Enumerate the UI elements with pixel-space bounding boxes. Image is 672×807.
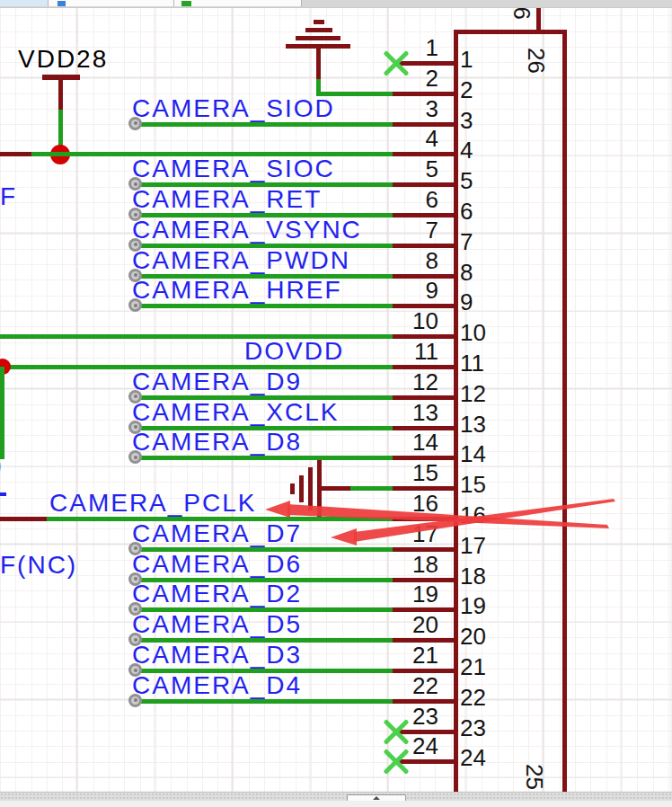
net-label-CAMERA_D4[interactable]: CAMERA_D4 bbox=[132, 674, 302, 697]
net-wire-CAMERA_D4[interactable] bbox=[135, 699, 393, 704]
net-wire-CAMERA_HREF[interactable] bbox=[135, 304, 393, 308]
pin-name-6: 6 bbox=[460, 200, 473, 223]
pin-name-13: 13 bbox=[460, 413, 486, 436]
gnd-stem-pin15 bbox=[322, 486, 350, 491]
net-label-CAMERA_D9[interactable]: CAMERA_D9 bbox=[132, 370, 302, 394]
net-label-CAMERA_D8[interactable]: CAMERA_D8 bbox=[132, 430, 302, 454]
pin-number-10: 10 bbox=[386, 310, 438, 333]
net-label-CAMERA_PWDN[interactable]: CAMERA_PWDN bbox=[132, 249, 350, 272]
schematic-canvas[interactable]: VDD28 26 26 25 112233CAMERA_SIOD445 bbox=[0, 0, 672, 792]
pin-number-13: 13 bbox=[386, 402, 438, 424]
pin-number-3: 3 bbox=[386, 98, 438, 120]
pin-number-7: 7 bbox=[386, 219, 438, 242]
tab-segment-2[interactable] bbox=[174, 0, 301, 6]
clipped-net-label[interactable]: F(NC) bbox=[0, 554, 77, 577]
pin-number-2: 2 bbox=[386, 67, 438, 90]
pin-number-24: 24 bbox=[386, 735, 438, 758]
tab-segment-3[interactable] bbox=[302, 0, 672, 6]
net-label-DOVDD[interactable]: DOVDD bbox=[244, 340, 344, 363]
schematic-editor-window: VDD28 26 26 25 112233CAMERA_SIOD445 bbox=[0, 0, 672, 807]
net-wire-gnd-pin15[interactable] bbox=[350, 486, 393, 491]
tab-segment-1[interactable] bbox=[49, 0, 173, 6]
pin-name-16: 16 bbox=[460, 504, 486, 527]
pin-number-20: 20 bbox=[386, 614, 438, 636]
net-label-CAMERA_D2[interactable]: CAMERA_D2 bbox=[132, 582, 302, 606]
pin-stem-4 bbox=[393, 152, 454, 156]
net-label-CAMERA_HREF[interactable]: CAMERA_HREF bbox=[132, 279, 342, 302]
clipped-net-label[interactable]: 9 bbox=[0, 456, 4, 479]
scrollbar-arrow-icon bbox=[373, 796, 380, 800]
annotation-arrow-1-head bbox=[265, 501, 290, 518]
pin-25-name: 25 bbox=[523, 761, 545, 793]
pin-name-2: 2 bbox=[460, 79, 473, 102]
net-label-CAMERA_VSYNC[interactable]: CAMERA_VSYNC bbox=[132, 218, 362, 242]
pin-name-4: 4 bbox=[460, 139, 473, 162]
pin-number-8: 8 bbox=[386, 250, 438, 272]
pin-name-18: 18 bbox=[460, 565, 486, 588]
pin-number-6: 6 bbox=[386, 189, 438, 211]
net-label-CAMERA_PCLK[interactable]: CAMERA_PCLK bbox=[49, 492, 257, 515]
net-label-CAMERA_D5[interactable]: CAMERA_D5 bbox=[132, 613, 302, 636]
pin-name-22: 22 bbox=[460, 687, 486, 709]
pin-name-20: 20 bbox=[460, 625, 486, 648]
pin-name-12: 12 bbox=[460, 383, 486, 405]
tab-segment-0[interactable] bbox=[0, 0, 48, 6]
pin-number-14: 14 bbox=[386, 431, 438, 454]
pin-number-23: 23 bbox=[386, 705, 438, 728]
pin-stem-3 bbox=[393, 122, 454, 127]
net-label-CAMERA_D3[interactable]: CAMERA_D3 bbox=[132, 643, 302, 667]
pin-26-name: 26 bbox=[525, 45, 547, 77]
net-wire-CAMERA_D8[interactable] bbox=[135, 456, 393, 460]
vdd-stem bbox=[58, 80, 63, 111]
pin-name-7: 7 bbox=[460, 231, 473, 253]
pin-number-4: 4 bbox=[386, 128, 438, 150]
clipped-net-label[interactable]: F bbox=[0, 185, 17, 208]
pin-number-12: 12 bbox=[386, 371, 438, 394]
pin-name-17: 17 bbox=[460, 535, 486, 557]
pin-name-23: 23 bbox=[460, 717, 486, 740]
pin-stem-6 bbox=[393, 213, 454, 217]
pin-number-17: 17 bbox=[386, 523, 438, 545]
net-label-CAMERA_RET[interactable]: CAMERA_RET bbox=[132, 188, 322, 211]
tab-favicon-fragment bbox=[57, 1, 66, 6]
pin-name-9: 9 bbox=[460, 291, 473, 314]
net-wire-vertical[interactable] bbox=[0, 367, 4, 459]
document-tab-strip[interactable] bbox=[0, 0, 672, 8]
pin-stem-8 bbox=[393, 274, 454, 279]
tab-divider bbox=[301, 0, 302, 6]
pin-name-11: 11 bbox=[460, 352, 484, 375]
pin-name-10: 10 bbox=[460, 322, 486, 344]
net-label-CAMERA_SIOD[interactable]: CAMERA_SIOD bbox=[132, 97, 335, 120]
tab-divider bbox=[173, 0, 174, 6]
pin-number-9: 9 bbox=[386, 279, 438, 302]
net-wire-CAMERA_SIOD[interactable] bbox=[135, 122, 393, 127]
pin-name-24: 24 bbox=[460, 747, 486, 769]
pin-name-14: 14 bbox=[460, 443, 486, 466]
pin-name-19: 19 bbox=[460, 595, 486, 617]
pin-name-15: 15 bbox=[460, 474, 486, 496]
offpage-pin-stub bbox=[0, 517, 47, 521]
pin-stem-2 bbox=[393, 92, 454, 96]
pin-number-18: 18 bbox=[386, 554, 438, 576]
pin-name-3: 3 bbox=[460, 110, 473, 132]
pin-number-1: 1 bbox=[386, 37, 438, 59]
pin-stem-5 bbox=[393, 182, 454, 187]
net-label-CAMERA_SIOC[interactable]: CAMERA_SIOC bbox=[132, 157, 335, 181]
pin-number-21: 21 bbox=[386, 644, 438, 667]
tab-favicon-fragment bbox=[181, 1, 191, 6]
pin-stem-7 bbox=[393, 244, 454, 248]
pin-number-15: 15 bbox=[386, 462, 438, 484]
tab-divider bbox=[48, 0, 49, 6]
pin-number-19: 19 bbox=[386, 583, 438, 606]
clipped-label-fragment bbox=[0, 492, 6, 496]
pin-name-1: 1 bbox=[460, 49, 473, 71]
pin-number-22: 22 bbox=[386, 675, 438, 697]
net-label-CAMERA_D7[interactable]: CAMERA_D7 bbox=[132, 522, 302, 545]
net-label-CAMERA_XCLK[interactable]: CAMERA_XCLK bbox=[132, 401, 340, 424]
net-label-vdd28[interactable]: VDD28 bbox=[18, 48, 108, 71]
net-label-CAMERA_D6[interactable]: CAMERA_D6 bbox=[132, 553, 302, 576]
bottom-panel-edge bbox=[0, 801, 672, 807]
pin-number-11: 11 bbox=[386, 341, 438, 363]
annotation-arrow-2-head bbox=[331, 528, 357, 545]
pin-name-5: 5 bbox=[460, 170, 473, 192]
